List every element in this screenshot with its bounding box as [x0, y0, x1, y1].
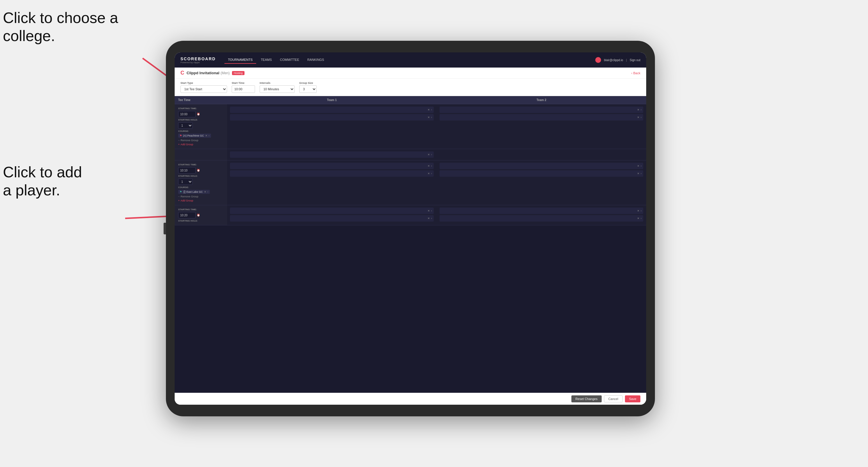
start-time-input[interactable] [232, 85, 255, 93]
course-remove-1[interactable]: ✕ [205, 134, 208, 137]
start-time-label: Start Time [232, 82, 255, 85]
starting-hole-row-1: 1 [178, 122, 223, 129]
player-slot-2-1[interactable]: ✕ › [439, 106, 643, 113]
form-row: Start Type 1st Tee Start Start Time Inte… [175, 79, 646, 96]
annotation-add-player: Click to add a player. [3, 163, 82, 199]
save-button[interactable]: Save [625, 395, 640, 402]
slot-x-4-2[interactable]: ✕ [637, 172, 640, 175]
starting-time-row-1: ⏰ [178, 111, 223, 117]
starting-time-label-1: STARTING TIME: [178, 107, 223, 110]
player-slot-6-2[interactable]: ✕ › [439, 215, 643, 222]
course-name-1: (A) Peachtree GC [183, 134, 204, 137]
slot-x-5-1[interactable]: ✕ [428, 209, 430, 212]
player-slot-3-2[interactable]: ✕ › [230, 170, 434, 177]
course-label-2: COURSE: [178, 186, 223, 189]
starting-time-input-1[interactable] [178, 111, 196, 117]
slot-expand-5-2[interactable]: › [431, 217, 432, 220]
slot-expand-4-2[interactable]: › [641, 172, 642, 175]
tournament-name: Clippd Invitational [187, 71, 219, 75]
player-slot-4-2[interactable]: ✕ › [439, 170, 643, 177]
player-slot-2-2[interactable]: ✕ › [439, 114, 643, 121]
slot-x-5-2[interactable]: ✕ [428, 217, 430, 220]
slot-x-4-1[interactable]: ✕ [637, 164, 640, 167]
slot-x-extra-1-1[interactable]: ✕ [428, 153, 430, 156]
nav-teams[interactable]: TEAMS [257, 56, 275, 64]
group-size-select[interactable]: 3 [299, 85, 317, 93]
starting-hole-label-2: STARTING HOLE: [178, 175, 223, 177]
back-button[interactable]: ‹ Back [631, 71, 640, 75]
group-1-info: STARTING TIME: ⏰ STARTING HOLE: 1 COURSE… [175, 104, 227, 149]
slot-expand-2-1[interactable]: › [641, 108, 642, 111]
gender-label: (Men) [221, 71, 230, 75]
player-slot-1-2[interactable]: ✕ › [230, 114, 434, 121]
group-3-info: STARTING TIME: ⏰ STARTING HOLE: [175, 205, 227, 225]
user-email: blair@clippd.io [604, 59, 623, 62]
main-content: Tee Time Team 1 Team 2 STARTING TIME: ⏰ … [175, 96, 646, 393]
slot-expand-6-2[interactable]: › [641, 217, 642, 220]
slot-expand-1-2[interactable]: › [431, 116, 432, 119]
sign-out-link[interactable]: Sign out [630, 59, 640, 62]
team1-cell-1: ✕ › ✕ › [227, 104, 437, 149]
nav-rankings[interactable]: RANKINGS [304, 56, 328, 64]
slot-expand-3-1[interactable]: › [431, 164, 432, 167]
starting-hole-select-1[interactable]: 1 [178, 122, 193, 129]
slot-x-2-2[interactable]: ✕ [637, 116, 640, 119]
slot-x-2-1[interactable]: ✕ [637, 108, 640, 111]
starting-hole-row-2: 1 [178, 179, 223, 185]
slot-expand-extra-1-1[interactable]: › [431, 153, 432, 156]
table-row: STARTING TIME: ⏰ STARTING HOLE: 1 COURSE… [175, 160, 646, 205]
starting-time-label-3: STARTING TIME: [178, 208, 223, 211]
reset-button[interactable]: Reset Changes [571, 395, 602, 402]
add-group-2[interactable]: + Add Group [178, 199, 223, 202]
slot-expand-2-2[interactable]: › [641, 116, 642, 119]
course-expand-1[interactable]: › [209, 134, 210, 137]
remove-group-1[interactable]: − Remove Group [178, 139, 223, 142]
nav-links: TOURNAMENTS TEAMS COMMITTEE RANKINGS [224, 56, 595, 64]
slot-x-3-1[interactable]: ✕ [428, 164, 430, 167]
table-row: STARTING TIME: ⏰ STARTING HOLE: ✕ › [175, 205, 646, 225]
slot-expand-5-1[interactable]: › [431, 209, 432, 212]
player-slot-3-1[interactable]: ✕ › [230, 163, 434, 169]
starting-time-row-3: ⏰ [178, 212, 223, 218]
nav-tournaments[interactable]: TOURNAMENTS [224, 56, 256, 64]
player-slot-5-1[interactable]: ✕ › [230, 208, 434, 214]
player-slot-4-1[interactable]: ✕ › [439, 163, 643, 169]
nav-right: blair@clippd.io | Sign out [595, 57, 640, 63]
slot-expand-1-1[interactable]: › [431, 108, 432, 111]
course-expand-2[interactable]: › [208, 190, 209, 193]
starting-hole-label-1: STARTING HOLE: [178, 119, 223, 121]
table-row: STARTING TIME: ⏰ STARTING HOLE: 1 COURSE… [175, 104, 646, 149]
add-group-1[interactable]: + Add Group [178, 143, 223, 146]
starting-hole-label-3: STARTING HOLE: [178, 220, 223, 222]
intervals-select[interactable]: 10 Minutes [260, 85, 294, 93]
team2-cell-2: ✕ › ✕ › [437, 160, 646, 205]
start-type-label: Start Type [181, 82, 227, 85]
player-slot-6-1[interactable]: ✕ › [439, 208, 643, 214]
group-size-group: Group Size 3 [299, 82, 317, 93]
start-type-select[interactable]: 1st Tee Start [181, 85, 227, 93]
player-slot-5-2[interactable]: ✕ › [230, 215, 434, 222]
slot-expand-6-1[interactable]: › [641, 209, 642, 212]
course-badge-2[interactable]: ⚑ ⛱ East Lake GC ✕ › [178, 190, 210, 194]
th-team2: Team 2 [437, 96, 646, 104]
slot-x-1-1[interactable]: ✕ [428, 108, 430, 111]
slot-expand-4-1[interactable]: › [641, 164, 642, 167]
slot-x-3-2[interactable]: ✕ [428, 172, 430, 175]
nav-committee[interactable]: COMMITTEE [277, 56, 303, 64]
remove-group-2[interactable]: − Remove Group [178, 195, 223, 198]
starting-time-input-3[interactable] [178, 212, 196, 218]
cancel-button[interactable]: Cancel [604, 395, 623, 402]
starting-time-input-2[interactable] [178, 167, 196, 174]
slot-x-6-2[interactable]: ✕ [637, 217, 640, 220]
course-name-2: ⛱ East Lake GC [183, 190, 203, 193]
powered-by: Powered by clippd [181, 61, 216, 64]
course-badge-1[interactable]: ⚑ (A) Peachtree GC ✕ › [178, 134, 211, 138]
slot-x-1-2[interactable]: ✕ [428, 116, 430, 119]
course-remove-2[interactable]: ✕ [204, 190, 206, 193]
slot-expand-3-2[interactable]: › [431, 172, 432, 175]
starting-time-label-2: STARTING TIME: [178, 163, 223, 166]
slot-x-6-1[interactable]: ✕ [637, 209, 640, 212]
player-slot-extra-1-1[interactable]: ✕ › [230, 151, 434, 158]
starting-hole-select-2[interactable]: 1 [178, 179, 193, 185]
player-slot-1-1[interactable]: ✕ › [230, 106, 434, 113]
